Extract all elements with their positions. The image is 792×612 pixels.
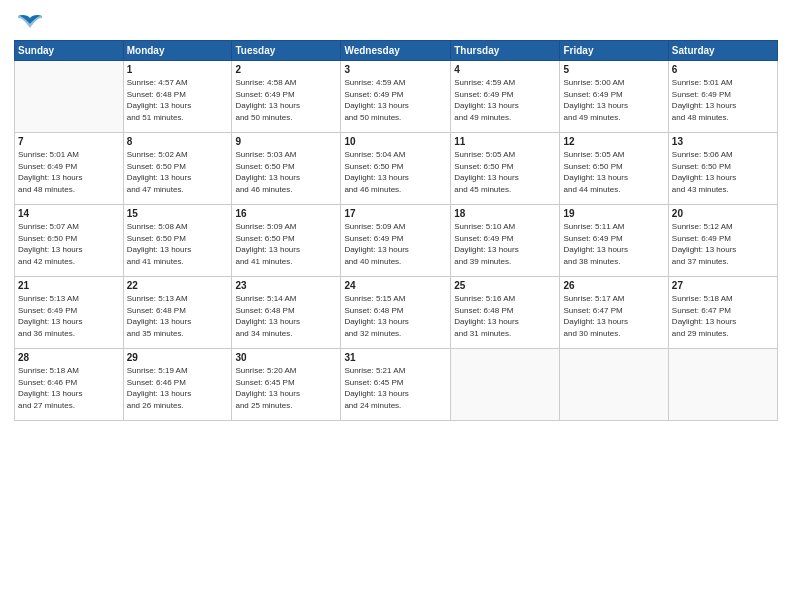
day-number: 2 bbox=[235, 64, 337, 75]
day-number: 12 bbox=[563, 136, 664, 147]
day-number: 21 bbox=[18, 280, 120, 291]
calendar-cell: 4Sunrise: 4:59 AM Sunset: 6:49 PM Daylig… bbox=[451, 61, 560, 133]
day-number: 22 bbox=[127, 280, 229, 291]
col-header-wednesday: Wednesday bbox=[341, 41, 451, 61]
day-number: 25 bbox=[454, 280, 556, 291]
calendar-cell: 10Sunrise: 5:04 AM Sunset: 6:50 PM Dayli… bbox=[341, 133, 451, 205]
day-number: 23 bbox=[235, 280, 337, 291]
col-header-saturday: Saturday bbox=[668, 41, 777, 61]
week-row-1: 1Sunrise: 4:57 AM Sunset: 6:48 PM Daylig… bbox=[15, 61, 778, 133]
day-number: 18 bbox=[454, 208, 556, 219]
calendar-cell: 9Sunrise: 5:03 AM Sunset: 6:50 PM Daylig… bbox=[232, 133, 341, 205]
day-number: 4 bbox=[454, 64, 556, 75]
calendar-cell: 12Sunrise: 5:05 AM Sunset: 6:50 PM Dayli… bbox=[560, 133, 668, 205]
day-info: Sunrise: 5:18 AM Sunset: 6:46 PM Dayligh… bbox=[18, 365, 120, 411]
day-number: 28 bbox=[18, 352, 120, 363]
calendar-cell: 3Sunrise: 4:59 AM Sunset: 6:49 PM Daylig… bbox=[341, 61, 451, 133]
day-info: Sunrise: 5:17 AM Sunset: 6:47 PM Dayligh… bbox=[563, 293, 664, 339]
day-info: Sunrise: 5:14 AM Sunset: 6:48 PM Dayligh… bbox=[235, 293, 337, 339]
logo-bird-icon bbox=[16, 14, 44, 34]
day-info: Sunrise: 5:11 AM Sunset: 6:49 PM Dayligh… bbox=[563, 221, 664, 267]
day-number: 30 bbox=[235, 352, 337, 363]
day-number: 5 bbox=[563, 64, 664, 75]
calendar-cell bbox=[560, 349, 668, 421]
day-info: Sunrise: 5:03 AM Sunset: 6:50 PM Dayligh… bbox=[235, 149, 337, 195]
day-number: 24 bbox=[344, 280, 447, 291]
day-number: 29 bbox=[127, 352, 229, 363]
day-number: 14 bbox=[18, 208, 120, 219]
page-container: SundayMondayTuesdayWednesdayThursdayFrid… bbox=[0, 0, 792, 612]
calendar-cell: 30Sunrise: 5:20 AM Sunset: 6:45 PM Dayli… bbox=[232, 349, 341, 421]
calendar-cell: 26Sunrise: 5:17 AM Sunset: 6:47 PM Dayli… bbox=[560, 277, 668, 349]
day-info: Sunrise: 5:10 AM Sunset: 6:49 PM Dayligh… bbox=[454, 221, 556, 267]
header bbox=[14, 10, 778, 34]
day-info: Sunrise: 5:13 AM Sunset: 6:48 PM Dayligh… bbox=[127, 293, 229, 339]
day-info: Sunrise: 5:04 AM Sunset: 6:50 PM Dayligh… bbox=[344, 149, 447, 195]
week-row-3: 14Sunrise: 5:07 AM Sunset: 6:50 PM Dayli… bbox=[15, 205, 778, 277]
calendar-cell: 20Sunrise: 5:12 AM Sunset: 6:49 PM Dayli… bbox=[668, 205, 777, 277]
day-number: 19 bbox=[563, 208, 664, 219]
calendar-cell bbox=[668, 349, 777, 421]
day-info: Sunrise: 5:05 AM Sunset: 6:50 PM Dayligh… bbox=[454, 149, 556, 195]
calendar-cell: 23Sunrise: 5:14 AM Sunset: 6:48 PM Dayli… bbox=[232, 277, 341, 349]
day-number: 8 bbox=[127, 136, 229, 147]
day-number: 9 bbox=[235, 136, 337, 147]
calendar-cell: 19Sunrise: 5:11 AM Sunset: 6:49 PM Dayli… bbox=[560, 205, 668, 277]
logo bbox=[14, 14, 44, 34]
day-number: 13 bbox=[672, 136, 774, 147]
day-number: 20 bbox=[672, 208, 774, 219]
col-header-thursday: Thursday bbox=[451, 41, 560, 61]
calendar-cell: 21Sunrise: 5:13 AM Sunset: 6:49 PM Dayli… bbox=[15, 277, 124, 349]
day-info: Sunrise: 5:15 AM Sunset: 6:48 PM Dayligh… bbox=[344, 293, 447, 339]
calendar-cell: 15Sunrise: 5:08 AM Sunset: 6:50 PM Dayli… bbox=[123, 205, 232, 277]
day-info: Sunrise: 5:16 AM Sunset: 6:48 PM Dayligh… bbox=[454, 293, 556, 339]
day-info: Sunrise: 5:05 AM Sunset: 6:50 PM Dayligh… bbox=[563, 149, 664, 195]
day-number: 7 bbox=[18, 136, 120, 147]
calendar-cell: 31Sunrise: 5:21 AM Sunset: 6:45 PM Dayli… bbox=[341, 349, 451, 421]
calendar-cell: 25Sunrise: 5:16 AM Sunset: 6:48 PM Dayli… bbox=[451, 277, 560, 349]
calendar-cell: 16Sunrise: 5:09 AM Sunset: 6:50 PM Dayli… bbox=[232, 205, 341, 277]
day-info: Sunrise: 5:06 AM Sunset: 6:50 PM Dayligh… bbox=[672, 149, 774, 195]
day-info: Sunrise: 5:02 AM Sunset: 6:50 PM Dayligh… bbox=[127, 149, 229, 195]
day-number: 16 bbox=[235, 208, 337, 219]
calendar-cell bbox=[15, 61, 124, 133]
calendar-cell: 5Sunrise: 5:00 AM Sunset: 6:49 PM Daylig… bbox=[560, 61, 668, 133]
day-info: Sunrise: 4:59 AM Sunset: 6:49 PM Dayligh… bbox=[344, 77, 447, 123]
week-row-5: 28Sunrise: 5:18 AM Sunset: 6:46 PM Dayli… bbox=[15, 349, 778, 421]
day-info: Sunrise: 5:12 AM Sunset: 6:49 PM Dayligh… bbox=[672, 221, 774, 267]
day-info: Sunrise: 4:58 AM Sunset: 6:49 PM Dayligh… bbox=[235, 77, 337, 123]
day-info: Sunrise: 4:57 AM Sunset: 6:48 PM Dayligh… bbox=[127, 77, 229, 123]
day-info: Sunrise: 5:09 AM Sunset: 6:49 PM Dayligh… bbox=[344, 221, 447, 267]
calendar-cell: 1Sunrise: 4:57 AM Sunset: 6:48 PM Daylig… bbox=[123, 61, 232, 133]
calendar-table: SundayMondayTuesdayWednesdayThursdayFrid… bbox=[14, 40, 778, 421]
calendar-cell: 18Sunrise: 5:10 AM Sunset: 6:49 PM Dayli… bbox=[451, 205, 560, 277]
day-info: Sunrise: 5:13 AM Sunset: 6:49 PM Dayligh… bbox=[18, 293, 120, 339]
calendar-cell: 7Sunrise: 5:01 AM Sunset: 6:49 PM Daylig… bbox=[15, 133, 124, 205]
calendar-cell: 27Sunrise: 5:18 AM Sunset: 6:47 PM Dayli… bbox=[668, 277, 777, 349]
calendar-cell: 14Sunrise: 5:07 AM Sunset: 6:50 PM Dayli… bbox=[15, 205, 124, 277]
header-row: SundayMondayTuesdayWednesdayThursdayFrid… bbox=[15, 41, 778, 61]
day-number: 1 bbox=[127, 64, 229, 75]
day-info: Sunrise: 5:20 AM Sunset: 6:45 PM Dayligh… bbox=[235, 365, 337, 411]
col-header-monday: Monday bbox=[123, 41, 232, 61]
day-number: 10 bbox=[344, 136, 447, 147]
calendar-cell: 11Sunrise: 5:05 AM Sunset: 6:50 PM Dayli… bbox=[451, 133, 560, 205]
calendar-cell: 8Sunrise: 5:02 AM Sunset: 6:50 PM Daylig… bbox=[123, 133, 232, 205]
day-info: Sunrise: 5:19 AM Sunset: 6:46 PM Dayligh… bbox=[127, 365, 229, 411]
col-header-sunday: Sunday bbox=[15, 41, 124, 61]
col-header-tuesday: Tuesday bbox=[232, 41, 341, 61]
calendar-cell: 24Sunrise: 5:15 AM Sunset: 6:48 PM Dayli… bbox=[341, 277, 451, 349]
calendar-cell bbox=[451, 349, 560, 421]
day-info: Sunrise: 4:59 AM Sunset: 6:49 PM Dayligh… bbox=[454, 77, 556, 123]
calendar-cell: 2Sunrise: 4:58 AM Sunset: 6:49 PM Daylig… bbox=[232, 61, 341, 133]
day-info: Sunrise: 5:21 AM Sunset: 6:45 PM Dayligh… bbox=[344, 365, 447, 411]
day-number: 27 bbox=[672, 280, 774, 291]
day-info: Sunrise: 5:07 AM Sunset: 6:50 PM Dayligh… bbox=[18, 221, 120, 267]
col-header-friday: Friday bbox=[560, 41, 668, 61]
day-number: 15 bbox=[127, 208, 229, 219]
calendar-cell: 17Sunrise: 5:09 AM Sunset: 6:49 PM Dayli… bbox=[341, 205, 451, 277]
day-info: Sunrise: 5:00 AM Sunset: 6:49 PM Dayligh… bbox=[563, 77, 664, 123]
calendar-cell: 28Sunrise: 5:18 AM Sunset: 6:46 PM Dayli… bbox=[15, 349, 124, 421]
week-row-4: 21Sunrise: 5:13 AM Sunset: 6:49 PM Dayli… bbox=[15, 277, 778, 349]
calendar-cell: 13Sunrise: 5:06 AM Sunset: 6:50 PM Dayli… bbox=[668, 133, 777, 205]
